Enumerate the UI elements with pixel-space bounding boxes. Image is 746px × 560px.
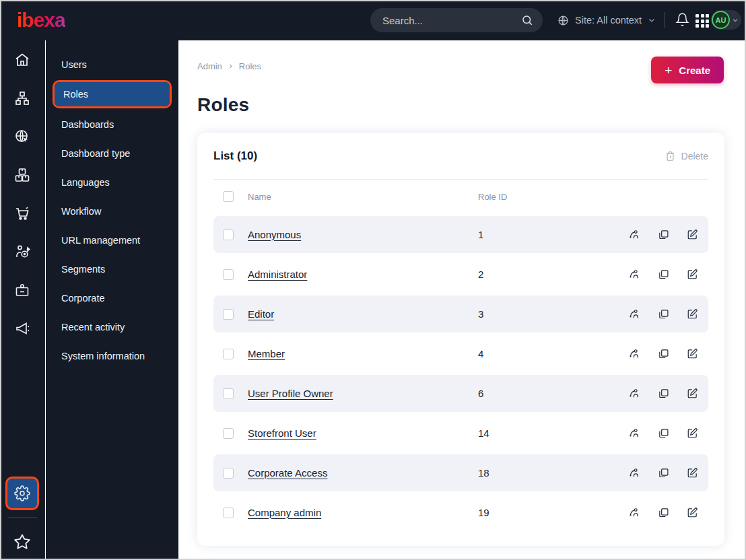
- site-context-dropdown[interactable]: Site: All context: [557, 0, 656, 40]
- copy-icon[interactable]: [658, 229, 669, 240]
- assign-users-icon[interactable]: [629, 427, 640, 439]
- assign-users-icon[interactable]: [629, 467, 640, 479]
- copy-icon[interactable]: [658, 427, 669, 439]
- assign-users-icon[interactable]: [629, 348, 640, 359]
- sidebar-item-users[interactable]: Users: [46, 50, 178, 79]
- role-name-link[interactable]: Administrator: [248, 269, 307, 280]
- sidebar-item-corporate[interactable]: Corporate: [46, 283, 178, 312]
- role-id-value: 6: [478, 388, 629, 399]
- content-tree-icon: [14, 90, 30, 106]
- corporate-badge-icon: [14, 282, 30, 298]
- sidebar-item-dashboards[interactable]: Dashboards: [46, 110, 178, 139]
- row-checkbox[interactable]: [223, 349, 234, 359]
- sidebar-item-roles[interactable]: Roles: [55, 82, 170, 106]
- ibexa-logo[interactable]: ibexa: [17, 9, 65, 32]
- commerce-cart-icon: [14, 205, 30, 221]
- role-id-value: 18: [478, 467, 629, 479]
- gear-icon: [14, 485, 30, 501]
- select-all-checkbox[interactable]: [223, 191, 234, 202]
- role-name-link[interactable]: Member: [248, 348, 285, 359]
- sidebar-item-segments[interactable]: Segments: [46, 254, 178, 283]
- edit-icon[interactable]: [687, 388, 698, 399]
- chevron-down-icon: [732, 17, 739, 24]
- table-row: Anonymous 1: [213, 216, 708, 253]
- role-name-link[interactable]: Corporate Access: [248, 467, 327, 479]
- marketing-megaphone-icon: [14, 320, 30, 337]
- sidebar-item-roles-highlight: Roles: [53, 80, 172, 108]
- row-checkbox[interactable]: [223, 508, 234, 518]
- star-icon: [13, 533, 31, 551]
- nav-corporate[interactable]: [0, 271, 45, 309]
- nav-content[interactable]: [0, 79, 45, 117]
- nav-bookmarks[interactable]: [13, 523, 31, 560]
- sidebar-item-url-management[interactable]: URL management: [46, 225, 178, 254]
- nav-marketing[interactable]: [0, 309, 45, 347]
- edit-icon[interactable]: [687, 348, 698, 359]
- table-row: User Profile Owner 6: [213, 375, 708, 412]
- role-name-link[interactable]: Storefront User: [248, 427, 316, 439]
- nav-admin-highlighted[interactable]: [5, 477, 39, 510]
- role-name-link[interactable]: Company admin: [248, 507, 321, 518]
- table-row: Company admin 19: [213, 494, 708, 531]
- delete-button[interactable]: Delete: [665, 151, 708, 162]
- edit-icon[interactable]: [687, 467, 698, 479]
- role-id-value: 3: [478, 308, 629, 320]
- sidebar-item-recent-activity[interactable]: Recent activity: [46, 312, 178, 341]
- role-id-value: 1: [478, 229, 629, 240]
- role-name-link[interactable]: Anonymous: [248, 229, 301, 240]
- row-checkbox[interactable]: [223, 309, 234, 320]
- product-boxes-icon: [14, 167, 30, 183]
- copy-icon[interactable]: [658, 308, 669, 320]
- assign-users-icon[interactable]: [629, 308, 640, 320]
- nav-commerce[interactable]: [0, 194, 45, 232]
- search-icon[interactable]: [521, 14, 533, 26]
- row-checkbox[interactable]: [223, 428, 234, 439]
- sidebar-item-dashboard-type[interactable]: Dashboard type: [46, 139, 178, 168]
- table-header: Name Role ID: [213, 180, 708, 213]
- global-search[interactable]: [370, 8, 543, 32]
- main-content: Admin Roles + Create Roles List (10) Del…: [178, 40, 746, 560]
- breadcrumb-admin[interactable]: Admin: [197, 61, 222, 71]
- nav-products[interactable]: [0, 155, 45, 194]
- assign-users-icon[interactable]: [629, 388, 640, 399]
- table-row: Storefront User 14: [213, 415, 708, 452]
- search-input[interactable]: [382, 15, 521, 26]
- sidebar-item-languages[interactable]: Languages: [46, 168, 178, 197]
- sidebar-item-system-information[interactable]: System information: [46, 341, 178, 370]
- app-grid-icon[interactable]: [696, 14, 709, 28]
- assign-users-icon[interactable]: [629, 229, 640, 240]
- edit-icon[interactable]: [687, 507, 698, 518]
- sidebar-item-workflow[interactable]: Workflow: [46, 197, 178, 225]
- row-checkbox[interactable]: [223, 388, 234, 399]
- edit-icon[interactable]: [687, 229, 698, 240]
- row-checkbox[interactable]: [223, 230, 234, 240]
- chevron-down-icon: [648, 16, 656, 24]
- nav-site[interactable]: [0, 117, 45, 155]
- home-icon: [14, 52, 30, 68]
- column-header-name: Name: [248, 192, 478, 202]
- edit-icon[interactable]: [687, 269, 698, 280]
- create-button[interactable]: + Create: [651, 57, 724, 83]
- topbar-divider: [664, 12, 665, 28]
- copy-icon[interactable]: [658, 467, 669, 479]
- copy-icon[interactable]: [658, 348, 669, 359]
- row-checkbox[interactable]: [223, 269, 234, 280]
- assign-users-icon[interactable]: [629, 269, 640, 280]
- role-name-link[interactable]: Editor: [248, 308, 274, 320]
- table-row: Editor 3: [213, 295, 708, 332]
- copy-icon[interactable]: [658, 269, 669, 280]
- nav-dashboard[interactable]: [0, 40, 45, 79]
- assign-users-icon[interactable]: [629, 507, 640, 518]
- notifications-button[interactable]: [675, 12, 689, 27]
- edit-icon[interactable]: [687, 427, 698, 439]
- table-row: Member 4: [213, 335, 708, 372]
- role-name-link[interactable]: User Profile Owner: [248, 388, 333, 399]
- copy-icon[interactable]: [658, 388, 669, 399]
- edit-icon[interactable]: [687, 308, 698, 320]
- rail-divider: [7, 517, 37, 518]
- copy-icon[interactable]: [658, 507, 669, 518]
- nav-personalization[interactable]: [0, 232, 45, 271]
- row-checkbox[interactable]: [223, 468, 234, 479]
- user-menu[interactable]: AU: [711, 10, 741, 30]
- plus-icon: +: [665, 64, 672, 77]
